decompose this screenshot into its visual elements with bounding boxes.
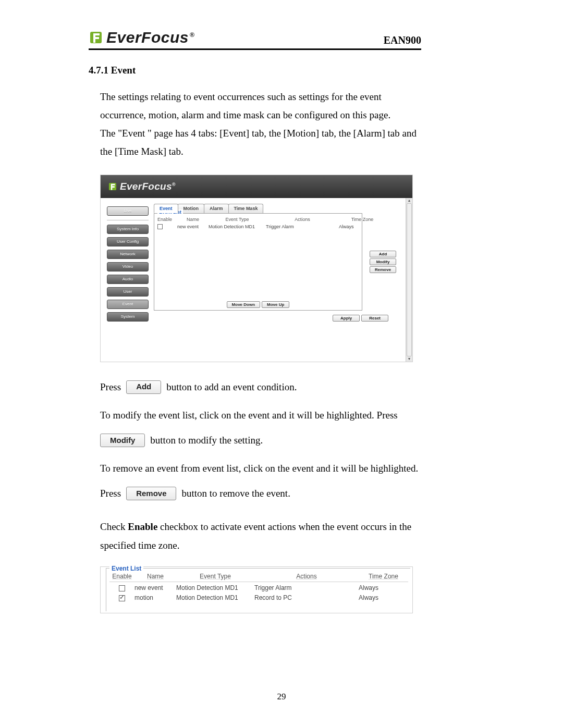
cell-actions[interactable]: Trigger Alarm bbox=[266, 222, 339, 230]
cell-enable[interactable] bbox=[157, 222, 177, 230]
page-header: EverFocus® EAN900 bbox=[89, 29, 421, 50]
col-time-zone: Time Zone bbox=[339, 217, 386, 222]
sidebar-item-user[interactable]: User bbox=[107, 287, 149, 297]
event-list-table: Enable Name Event Type Actions Time Zone… bbox=[157, 217, 359, 230]
col-event-type: Event Type bbox=[176, 573, 254, 582]
brand-text: EverFocus® bbox=[120, 181, 176, 192]
tab-time-mask[interactable]: Time Mask bbox=[228, 204, 264, 213]
inline-modify-button: Modify bbox=[100, 434, 145, 447]
apply-button[interactable]: Apply bbox=[333, 315, 360, 322]
event-list-table: Enable Name Event Type Actions Time Zone… bbox=[109, 573, 407, 602]
section-title: 4.7.1 Event bbox=[89, 65, 490, 76]
screenshot-event-page: EverFocus® ▴ ▾ Live System Info User Con… bbox=[100, 175, 413, 362]
scrollbar[interactable]: ▴ ▾ bbox=[406, 198, 412, 362]
reset-button[interactable]: Reset bbox=[361, 315, 388, 322]
move-buttons: Move Down Move Up bbox=[157, 301, 359, 308]
screenshot-content: Event Motion Alarm Time Mask Event List … bbox=[154, 204, 402, 322]
checkbox-icon[interactable] bbox=[119, 585, 125, 591]
brand-mark-icon bbox=[89, 30, 103, 45]
col-actions: Actions bbox=[266, 217, 339, 222]
screenshot-event-list-detail: Event List Enable Name Event Type Action… bbox=[100, 566, 413, 613]
side-buttons: Add Modify Remove bbox=[370, 251, 396, 273]
sidebar-item-system-info[interactable]: System Info bbox=[107, 225, 149, 234]
intro-paragraph-2: The "Event " page has 4 tabs: [Event] ta… bbox=[100, 124, 423, 161]
text: button to remove the event. bbox=[181, 484, 290, 503]
col-enable: Enable bbox=[109, 573, 134, 582]
footer-buttons: Apply Reset bbox=[154, 315, 388, 322]
cell-event-type[interactable]: Motion Detection MD1 bbox=[176, 582, 254, 592]
page-number: 29 bbox=[0, 692, 563, 702]
scroll-down-icon[interactable]: ▾ bbox=[406, 356, 412, 362]
sidebar-item-system[interactable]: System bbox=[107, 312, 149, 322]
text: Check bbox=[100, 521, 128, 532]
text: Press bbox=[100, 378, 121, 397]
cell-time-zone[interactable]: Always bbox=[359, 592, 408, 602]
tab-event[interactable]: Event bbox=[154, 204, 178, 213]
scroll-thumb[interactable] bbox=[407, 203, 412, 356]
sidebar: Live System Info User Config Network Vid… bbox=[107, 206, 149, 322]
brand-logo: EverFocus® bbox=[89, 29, 194, 46]
cell-event-type[interactable]: Motion Detection MD1 bbox=[209, 222, 266, 230]
intro-paragraph-1: The settings relating to event occurrenc… bbox=[100, 88, 423, 124]
divider bbox=[107, 220, 149, 220]
modify-button[interactable]: Modify bbox=[370, 258, 396, 265]
tab-alarm[interactable]: Alarm bbox=[204, 204, 229, 213]
cell-enable[interactable] bbox=[109, 582, 134, 592]
col-name: Name bbox=[177, 217, 209, 222]
checkbox-icon[interactable] bbox=[157, 224, 163, 229]
screenshot-titlebar: EverFocus® bbox=[101, 175, 412, 198]
modify-intro-line: To modify the event list, click on the e… bbox=[100, 406, 423, 425]
scroll-up-icon[interactable]: ▴ bbox=[406, 198, 412, 203]
inline-remove-button: Remove bbox=[126, 487, 176, 500]
move-up-button[interactable]: Move Up bbox=[262, 301, 289, 308]
col-actions: Actions bbox=[254, 573, 359, 582]
sidebar-item-event[interactable]: Event bbox=[107, 300, 149, 309]
press-modify-line: Modify button to modify the setting. bbox=[100, 431, 423, 450]
brand-mark-icon bbox=[108, 182, 117, 191]
enable-bold: Enable bbox=[128, 521, 157, 532]
brand-text: EverFocus® bbox=[106, 29, 194, 46]
col-enable: Enable bbox=[157, 217, 177, 222]
add-button[interactable]: Add bbox=[370, 251, 396, 257]
inline-add-button: Add bbox=[126, 380, 161, 394]
press-remove-line: Press Remove button to remove the event. bbox=[100, 484, 423, 503]
sidebar-item-live[interactable]: Live bbox=[107, 206, 149, 216]
cell-enable[interactable] bbox=[109, 592, 134, 602]
sidebar-item-network[interactable]: Network bbox=[107, 250, 149, 259]
remove-button[interactable]: Remove bbox=[370, 266, 396, 273]
event-list-fieldset: Event List Enable Name Event Type Action… bbox=[154, 213, 362, 311]
cell-event-type[interactable]: Motion Detection MD1 bbox=[176, 592, 254, 602]
text: button to add an event condition. bbox=[166, 378, 297, 397]
model-number: EAN900 bbox=[384, 34, 421, 46]
remove-intro-line: To remove an event from event list, clic… bbox=[100, 459, 423, 478]
sidebar-item-audio[interactable]: Audio bbox=[107, 275, 149, 284]
event-list-fieldset: Event List Enable Name Event Type Action… bbox=[106, 568, 410, 611]
text: button to modify the setting. bbox=[150, 431, 263, 450]
move-down-button[interactable]: Move Down bbox=[227, 301, 260, 308]
cell-name[interactable]: new event bbox=[177, 222, 209, 230]
col-name: Name bbox=[134, 573, 176, 582]
tabs: Event Motion Alarm Time Mask bbox=[154, 204, 402, 213]
cell-time-zone[interactable]: Always bbox=[359, 582, 408, 592]
cell-time-zone[interactable]: Always bbox=[339, 222, 386, 230]
enable-line: Check Enable checkbox to activate event … bbox=[100, 517, 423, 555]
checkbox-checked-icon[interactable] bbox=[119, 595, 125, 601]
press-add-line: Press Add button to add an event conditi… bbox=[100, 378, 423, 397]
cell-actions[interactable]: Trigger Alarm bbox=[254, 582, 359, 592]
cell-name[interactable]: motion bbox=[134, 592, 176, 602]
col-time-zone: Time Zone bbox=[359, 573, 408, 582]
sidebar-item-video[interactable]: Video bbox=[107, 262, 149, 272]
cell-name[interactable]: new event bbox=[134, 582, 176, 592]
cell-actions[interactable]: Record to PC bbox=[254, 592, 359, 602]
text: Press bbox=[100, 484, 121, 503]
fieldset-label: Event List bbox=[109, 565, 143, 572]
col-event-type: Event Type bbox=[209, 217, 266, 222]
sidebar-item-user-config[interactable]: User Config bbox=[107, 237, 149, 246]
